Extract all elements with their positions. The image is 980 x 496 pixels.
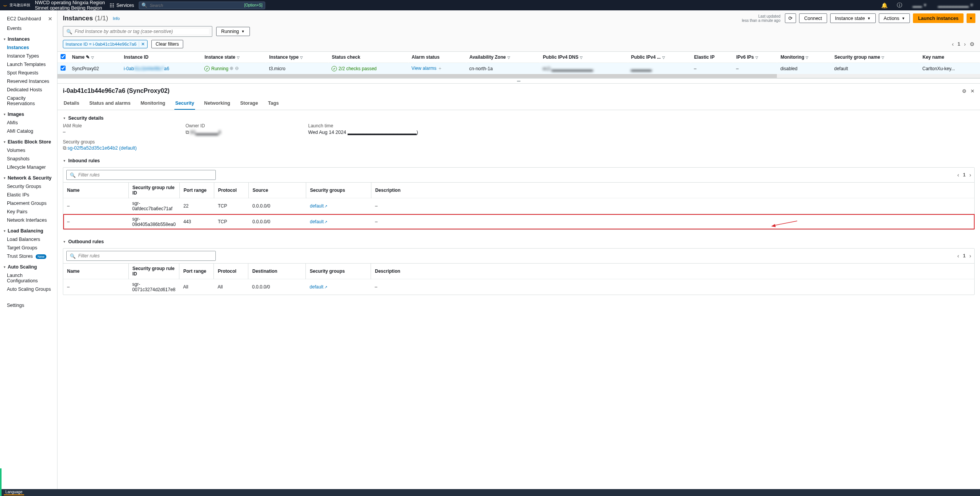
tab-networking[interactable]: Networking <box>204 97 231 110</box>
col-rule-desc[interactable]: Description <box>371 183 974 198</box>
region-selector[interactable]: ▂▂▂ ▼ <box>909 3 930 8</box>
tab-storage[interactable]: Storage <box>240 97 259 110</box>
instance-row[interactable]: SyncProxy02 i-0ab41c1b44e96c7a6 Running … <box>57 63 980 74</box>
inbound-rule-row[interactable]: – sgr-0afdecc7ba6ec71af 22 TCP 0.0.0.0/0… <box>63 198 974 214</box>
col-rule-port[interactable]: Port range <box>179 264 214 279</box>
state-filter-button[interactable]: Running▼ <box>216 27 250 36</box>
sidebar-item-security-groups[interactable]: Security Groups <box>0 182 57 191</box>
col-eip[interactable]: Elastic IP <box>691 52 733 63</box>
global-search[interactable]: 🔍 [Option+S] <box>139 2 265 9</box>
col-rule-id[interactable]: Security group rule ID <box>128 183 179 198</box>
col-sg[interactable]: Security group name▽ <box>831 52 919 63</box>
col-ipv6[interactable]: IPv6 IPs▽ <box>733 52 777 63</box>
chip-remove-icon[interactable]: ✕ <box>139 41 145 47</box>
sidebar-item-elastic-ips[interactable]: Elastic IPs <box>0 191 57 199</box>
col-rule-desc[interactable]: Description <box>371 264 974 279</box>
col-rule-proto[interactable]: Protocol <box>214 183 248 198</box>
col-rule-port[interactable]: Port range <box>179 183 214 198</box>
section-inbound-rules[interactable]: Inbound rules <box>63 158 975 166</box>
refresh-button[interactable]: ⟳ <box>785 13 796 23</box>
account-menu[interactable]: ▂▂▂▂▂▂▂▂▂▂ ▼ <box>935 3 977 8</box>
page-next-icon[interactable]: › <box>964 41 966 47</box>
pane-splitter[interactable]: ═ <box>57 78 980 84</box>
page-prev-icon[interactable]: ‹ <box>957 253 959 259</box>
sidebar-head-lb[interactable]: Load Balancing <box>0 224 57 235</box>
col-rule-name[interactable]: Name <box>63 264 128 279</box>
inbound-rule-row-highlighted[interactable]: – sgr-09d405a386b558ea0 443 TCP 0.0.0.0/… <box>63 214 974 230</box>
help-icon[interactable]: ⓘ <box>894 2 905 9</box>
tab-details[interactable]: Details <box>63 97 80 110</box>
clear-filters-button[interactable]: Clear filters <box>151 40 183 48</box>
sidebar-head-autoscaling[interactable]: Auto Scaling <box>0 260 57 271</box>
sidebar-dashboard[interactable]: EC2 Dashboard <box>7 16 41 21</box>
sidebar-item-instances[interactable]: Instances <box>0 43 57 52</box>
col-type[interactable]: Instance type▽ <box>266 52 328 63</box>
sidebar-item-keypairs[interactable]: Key Pairs <box>0 208 57 216</box>
launch-instances-dropdown[interactable]: ▼ <box>967 13 975 23</box>
sidebar-item-amis[interactable]: AMIs <box>0 119 57 127</box>
sidebar-item-asg[interactable]: Auto Scaling Groups <box>0 285 57 293</box>
sidebar-item-dedicated[interactable]: Dedicated Hosts <box>0 86 57 94</box>
sidebar-head-network[interactable]: Network & Security <box>0 171 57 182</box>
actions-button[interactable]: Actions▼ <box>879 13 910 23</box>
sg-link[interactable]: default <box>310 203 323 209</box>
col-key[interactable]: Key name <box>919 52 980 63</box>
page-next-icon[interactable]: › <box>969 253 971 259</box>
page-prev-icon[interactable]: ‹ <box>952 41 954 47</box>
horizontal-scrollbar[interactable] <box>57 74 980 78</box>
sidebar-events[interactable]: Events <box>0 24 57 33</box>
select-all-checkbox[interactable] <box>61 54 66 59</box>
col-dns[interactable]: Public IPv4 DNS▽ <box>540 52 628 63</box>
sidebar-item-placement[interactable]: Placement Groups <box>0 199 57 208</box>
copy-icon[interactable]: ⧉ <box>63 145 66 151</box>
search-input[interactable] <box>150 3 242 8</box>
instance-state-button[interactable]: Instance state▼ <box>830 13 876 23</box>
col-alarm[interactable]: Alarm status <box>409 52 466 63</box>
col-state[interactable]: Instance state▽ <box>201 52 266 63</box>
sidebar-item-instance-types[interactable]: Instance Types <box>0 52 57 60</box>
find-instance-input[interactable] <box>75 29 209 34</box>
col-rule-name[interactable]: Name <box>63 183 128 198</box>
sidebar-head-ebs[interactable]: Elastic Block Store <box>0 135 57 146</box>
sidebar-item-volumes[interactable]: Volumes <box>0 146 57 155</box>
row-checkbox[interactable] <box>61 66 66 71</box>
col-az[interactable]: Availability Zone▽ <box>466 52 540 63</box>
col-rule-sg[interactable]: Security groups <box>306 183 371 198</box>
sidebar-item-load-balancers[interactable]: Load Balancers <box>0 235 57 244</box>
find-instance-filter[interactable]: 🔍 <box>63 26 212 37</box>
section-security-details[interactable]: Security details <box>63 115 975 123</box>
sidebar-head-images[interactable]: Images <box>0 108 57 119</box>
page-prev-icon[interactable]: ‹ <box>957 172 959 178</box>
view-alarms-link[interactable]: View alarms <box>412 66 437 71</box>
info-link[interactable]: Info <box>113 16 120 21</box>
outbound-filter-input[interactable] <box>78 253 212 259</box>
table-settings-icon[interactable]: ⚙ <box>970 41 975 47</box>
sidebar-item-nics[interactable]: Network Interfaces <box>0 216 57 224</box>
language-selector[interactable]: Language <box>4 490 24 495</box>
inbound-filter[interactable]: 🔍 <box>66 170 216 180</box>
zoom-out-icon[interactable]: ⊖ <box>235 66 239 71</box>
sidebar-item-launch-configs[interactable]: Launch Configurations <box>0 271 57 285</box>
outbound-rule-row[interactable]: – sgr-0071c3274d2d617e8 All All 0.0.0.0/… <box>63 279 974 295</box>
sidebar-item-trust-stores[interactable]: Trust Stores New <box>0 252 57 260</box>
add-alarm-icon[interactable]: ＋ <box>438 66 442 71</box>
notifications-icon[interactable]: 🔔 <box>879 2 890 8</box>
tab-status[interactable]: Status and alarms <box>89 97 131 110</box>
col-rule-source[interactable]: Source <box>248 183 306 198</box>
security-group-link[interactable]: sg-02f5a52d35c1e64b2 (default) <box>67 145 137 151</box>
col-instance-id[interactable]: Instance ID <box>121 52 201 63</box>
sidebar-item-target-groups[interactable]: Target Groups <box>0 244 57 252</box>
filter-chip-instance-id[interactable]: Instance ID = i-0ab41c1b44e96c7a6 ✕ <box>63 40 148 48</box>
cell-instance-id[interactable]: i-0ab41c1b44e96c7a6 <box>121 63 201 74</box>
col-status[interactable]: Status check <box>328 52 408 63</box>
tab-tags[interactable]: Tags <box>267 97 279 110</box>
preferences-icon[interactable]: ⚙ <box>962 88 967 94</box>
sidebar-item-spot[interactable]: Spot Requests <box>0 69 57 77</box>
sg-link[interactable]: default <box>310 219 323 224</box>
col-ipv4[interactable]: Public IPv4 ...▽ <box>628 52 691 63</box>
tab-security[interactable]: Security <box>174 97 195 110</box>
outbound-filter[interactable]: 🔍 <box>66 251 216 261</box>
sidebar-item-ami-catalog[interactable]: AMI Catalog <box>0 127 57 135</box>
col-name[interactable]: Name ✎▽ <box>69 52 121 63</box>
close-detail-icon[interactable]: ✕ <box>970 88 975 94</box>
